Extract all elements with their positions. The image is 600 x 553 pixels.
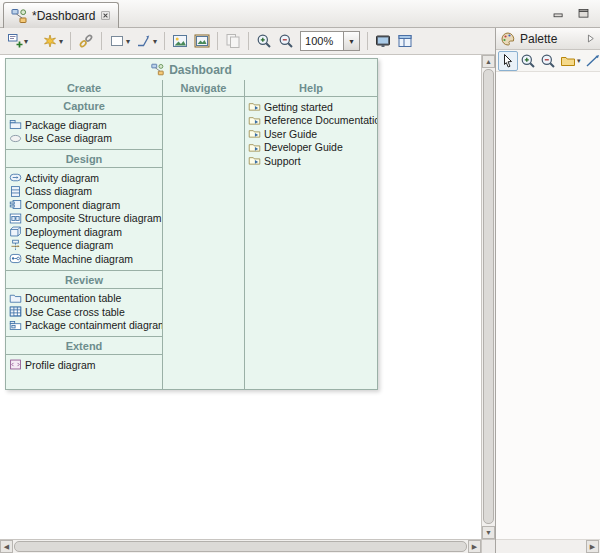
vertical-scrollbar[interactable] xyxy=(481,55,495,539)
new-diagram-button[interactable] xyxy=(4,30,31,53)
palette-header[interactable]: Palette xyxy=(496,28,600,50)
create-deployment-diagram[interactable]: Deployment diagram xyxy=(6,225,162,239)
scroll-left-button[interactable] xyxy=(0,540,13,553)
create-composite-structure-diagram[interactable]: Composite Structure diagram xyxy=(6,212,162,226)
deployment-diagram-icon xyxy=(9,225,22,238)
image-frame-icon xyxy=(194,33,210,49)
create-activity-diagram[interactable]: Activity diagram xyxy=(6,171,162,185)
minimize-button[interactable] xyxy=(552,7,565,20)
toolbar-separator xyxy=(101,32,102,50)
scroll-right-button[interactable] xyxy=(468,540,481,553)
select-tool-button[interactable] xyxy=(498,51,518,71)
display-button[interactable] xyxy=(372,30,394,53)
create-package-containment-diagram[interactable]: Package containment diagram xyxy=(6,319,162,333)
composite-diagram-icon xyxy=(9,212,22,225)
item-label: Sequence diagram xyxy=(25,239,113,251)
item-label: Use Case diagram xyxy=(25,132,112,144)
help-topic-icon xyxy=(248,127,261,140)
editor-tab-bar: *Dashboard xyxy=(0,0,600,28)
help-topic-icon xyxy=(248,154,261,167)
horizontal-scroll-track[interactable] xyxy=(13,540,468,553)
component-diagram-icon xyxy=(9,198,22,211)
zoom-out-icon xyxy=(540,53,556,69)
create-state-machine-diagram[interactable]: State Machine diagram xyxy=(6,252,162,266)
item-label: Reference Documentation xyxy=(264,114,377,126)
create-usecase-diagram[interactable]: Use Case diagram xyxy=(6,132,162,146)
zoom-in-button[interactable] xyxy=(253,30,275,53)
help-topic-icon xyxy=(248,100,261,113)
palette-zoom-out-button[interactable] xyxy=(538,51,558,71)
toolbar-separator xyxy=(70,32,71,50)
zoom-in-icon xyxy=(256,33,272,49)
window-button[interactable] xyxy=(394,30,416,53)
vertical-scroll-thumb[interactable] xyxy=(483,69,494,524)
create-profile-diagram[interactable]: Profile diagram xyxy=(6,358,162,372)
palette-scroll-strip xyxy=(496,539,600,553)
zoom-level-value: 100% xyxy=(300,31,344,51)
item-label: Support xyxy=(264,155,301,167)
dashboard-title-row: Dashboard xyxy=(6,59,377,80)
connector-tool-button[interactable] xyxy=(583,51,600,71)
toolbar-separator xyxy=(164,32,165,50)
statemachine-diagram-icon xyxy=(9,252,22,265)
zoom-level-combo[interactable]: 100% xyxy=(300,31,360,51)
item-label: Developer Guide xyxy=(264,141,343,153)
horizontal-scroll-thumb[interactable] xyxy=(14,541,467,552)
toolbar-separator xyxy=(367,32,368,50)
help-user-guide[interactable]: User Guide xyxy=(245,127,377,141)
palette-scroll-right-button[interactable] xyxy=(586,540,599,553)
zoom-out-button[interactable] xyxy=(275,30,297,53)
item-label: Deployment diagram xyxy=(25,226,122,238)
navigate-header: Navigate xyxy=(163,80,244,97)
dashboard-widget[interactable]: Dashboard Create Capture Package diagram… xyxy=(5,58,378,390)
help-developer-guide[interactable]: Developer Guide xyxy=(245,141,377,155)
palette-zoom-in-button[interactable] xyxy=(518,51,538,71)
help-topic-icon xyxy=(248,114,261,127)
link-icon xyxy=(78,33,94,49)
diagram-canvas[interactable]: Dashboard Create Capture Package diagram… xyxy=(0,55,481,539)
arrange-button[interactable] xyxy=(133,30,160,53)
view-controls xyxy=(552,7,590,20)
palette-icon xyxy=(500,31,516,47)
create-class-diagram[interactable]: Class diagram xyxy=(6,185,162,199)
help-reference-documentation[interactable]: Reference Documentation xyxy=(245,114,377,128)
help-support[interactable]: Support xyxy=(245,154,377,168)
model-icon xyxy=(151,63,164,76)
dashboard-column-help: Help Getting started Reference Documenta… xyxy=(245,80,377,389)
create-package-diagram[interactable]: Package diagram xyxy=(6,118,162,132)
dashboard-columns: Create Capture Package diagram Use Case … xyxy=(6,80,377,389)
link-button[interactable] xyxy=(75,30,97,53)
item-label: Component diagram xyxy=(25,199,120,211)
help-getting-started[interactable]: Getting started xyxy=(245,100,377,114)
maximize-button[interactable] xyxy=(577,7,590,20)
create-component-diagram[interactable]: Component diagram xyxy=(6,198,162,212)
palette-title: Palette xyxy=(520,32,557,46)
copy-icon xyxy=(225,33,241,49)
scroll-up-button[interactable] xyxy=(482,55,495,68)
export-image-button[interactable] xyxy=(191,30,213,53)
new-element-button[interactable] xyxy=(39,30,66,53)
monitor-icon xyxy=(375,33,391,49)
close-icon[interactable] xyxy=(100,10,111,21)
item-label: Package containment diagram xyxy=(25,319,162,331)
insert-image-button[interactable] xyxy=(169,30,191,53)
dashboard-column-navigate: Navigate xyxy=(162,80,245,389)
model-icon xyxy=(11,8,27,24)
vertical-scroll-track[interactable] xyxy=(482,68,495,526)
help-header: Help xyxy=(245,80,377,97)
fork-icon xyxy=(136,33,152,49)
note-tool-button[interactable] xyxy=(558,51,583,71)
zoom-dropdown-button[interactable] xyxy=(344,31,360,51)
scroll-down-button[interactable] xyxy=(482,526,495,539)
arrow-right-icon[interactable] xyxy=(585,33,596,44)
connector-tool-icon xyxy=(585,53,600,69)
create-sequence-diagram[interactable]: Sequence diagram xyxy=(6,239,162,253)
create-usecase-cross-table[interactable]: Use Case cross table xyxy=(6,305,162,319)
section-review: Review Documentation table Use Case cros… xyxy=(6,270,162,337)
horizontal-scrollbar[interactable] xyxy=(0,539,481,553)
tab-dashboard[interactable]: *Dashboard xyxy=(3,2,119,28)
palette-toolbar xyxy=(496,50,600,72)
copy-button[interactable] xyxy=(222,30,244,53)
shape-button[interactable] xyxy=(106,30,133,53)
create-documentation-table[interactable]: Documentation table xyxy=(6,292,162,306)
